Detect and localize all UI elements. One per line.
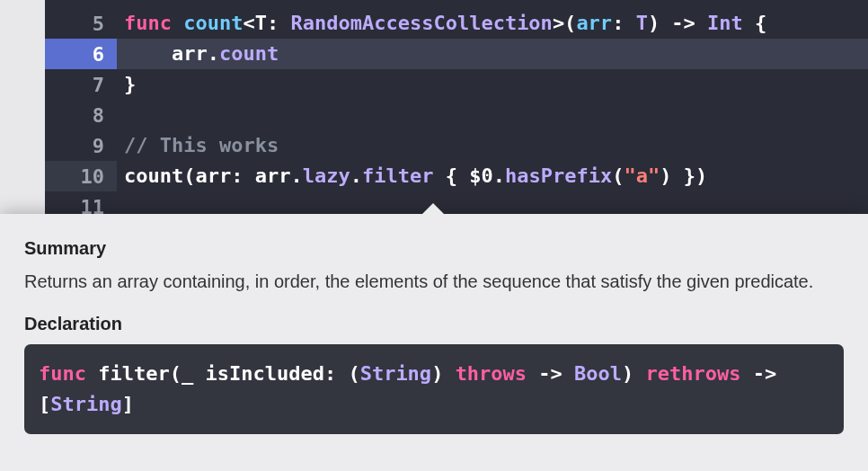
code-token: { <box>743 12 767 34</box>
code-token: . <box>290 164 302 187</box>
code-token: { <box>433 164 469 187</box>
code-line[interactable]: count(arr: arr.lazy.filter { $0.hasPrefi… <box>117 161 868 191</box>
summary-text: Returns an array containing, in order, t… <box>24 269 844 294</box>
code-token: // This works <box>124 134 279 156</box>
code-token: $0 <box>469 164 493 187</box>
code-line[interactable] <box>117 100 868 130</box>
decl-token: throws <box>456 362 527 385</box>
line-number[interactable]: 8 <box>45 100 117 130</box>
code-token: filter <box>362 164 433 187</box>
code-token: hasPrefix <box>505 164 612 187</box>
code-token: count <box>219 42 279 65</box>
decl-token: ) <box>431 362 456 385</box>
code-token: lazy <box>303 164 350 187</box>
code-line[interactable]: // This works <box>117 130 868 161</box>
line-number[interactable]: 9 <box>45 130 117 161</box>
decl-token: ] <box>122 393 134 415</box>
code-token: ( <box>612 164 624 187</box>
code-token: "a" <box>624 164 660 187</box>
documentation-popover: Summary Returns an array containing, in … <box>0 214 868 471</box>
code-area[interactable]: func count<T: RandomAccessCollection>(ar… <box>117 0 868 220</box>
decl-token: Bool <box>574 362 622 385</box>
code-token: T <box>636 12 648 34</box>
decl-token: String <box>50 393 121 415</box>
code-token: func <box>124 12 183 34</box>
decl-token: _ <box>182 362 193 385</box>
code-token: ) -> <box>648 12 707 34</box>
line-number[interactable]: 5 <box>45 8 117 39</box>
decl-token: func <box>39 362 86 385</box>
code-token: >( <box>553 12 577 34</box>
line-number[interactable]: 6 <box>45 39 117 69</box>
decl-token: -> <box>527 362 574 385</box>
code-token: T <box>255 12 267 34</box>
declaration-heading: Declaration <box>24 314 844 334</box>
code-token: ) }) <box>660 164 707 187</box>
decl-token: ) <box>622 362 646 385</box>
code-token: < <box>243 12 254 34</box>
code-token: count <box>183 12 243 34</box>
decl-token: String <box>360 362 431 385</box>
code-token: arr <box>576 12 612 34</box>
code-line[interactable]: } <box>117 69 868 100</box>
summary-heading: Summary <box>24 238 844 259</box>
declaration-code: func filter(_ isIncluded: (String) throw… <box>24 344 844 434</box>
code-token: : <box>612 12 636 34</box>
code-editor[interactable]: 567891011 func count<T: RandomAccessColl… <box>45 0 868 220</box>
code-token: : <box>267 12 291 34</box>
code-token: count <box>124 164 183 187</box>
code-token: } <box>124 73 136 95</box>
code-token: arr. <box>124 42 219 65</box>
code-token: . <box>493 164 505 187</box>
code-token: arr <box>195 164 231 187</box>
line-gutter: 567891011 <box>45 0 117 220</box>
line-number[interactable]: 7 <box>45 69 117 100</box>
code-token: RandomAccessCollection <box>290 12 552 34</box>
decl-token: rethrows <box>646 362 741 385</box>
code-token: : <box>231 164 255 187</box>
code-line[interactable]: arr.count <box>117 39 868 69</box>
decl-token: isIncluded: ( <box>193 362 359 385</box>
code-token: . <box>350 164 362 187</box>
code-token: ( <box>183 164 195 187</box>
decl-token: filter( <box>86 362 182 385</box>
line-number[interactable]: 10 <box>45 161 117 191</box>
code-token: arr <box>255 164 291 187</box>
code-line[interactable]: func count<T: RandomAccessCollection>(ar… <box>117 8 868 39</box>
code-token: Int <box>707 12 743 34</box>
